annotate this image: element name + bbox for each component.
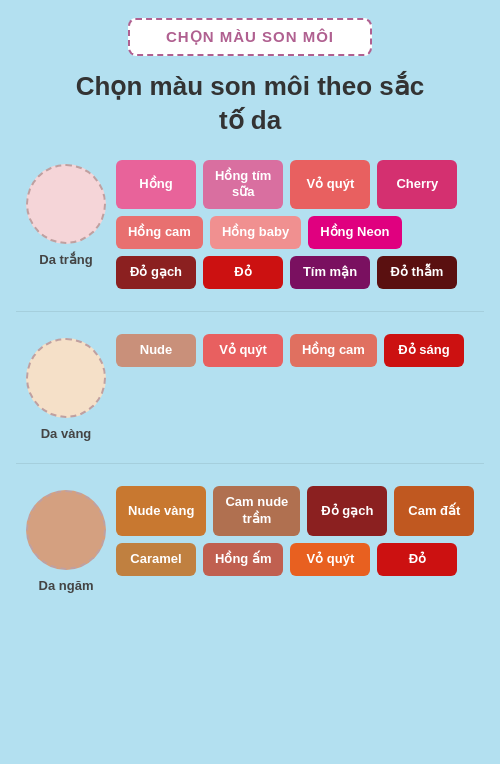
- color-btn-da-ngam-3[interactable]: Cam đất: [394, 486, 474, 536]
- color-btn-da-vang-1[interactable]: Vỏ quýt: [203, 334, 283, 367]
- skin-circle-da-trang: [26, 164, 106, 244]
- header-box: CHỌN MÀU SON MÔI: [128, 18, 372, 56]
- color-btn-da-ngam-2[interactable]: Đỏ gạch: [307, 486, 387, 536]
- skin-left-da-ngam: Da ngăm: [16, 482, 116, 593]
- color-btn-da-ngam-7[interactable]: Đỏ: [377, 543, 457, 576]
- color-btn-da-trang-0[interactable]: Hồng: [116, 160, 196, 210]
- section-divider: [16, 311, 484, 312]
- color-btn-da-ngam-4[interactable]: Caramel: [116, 543, 196, 576]
- color-btn-da-trang-5[interactable]: Hồng baby: [210, 216, 301, 249]
- color-btn-da-trang-10[interactable]: Đỏ thẫm: [377, 256, 457, 289]
- section-divider: [16, 463, 484, 464]
- header-title: CHỌN MÀU SON MÔI: [166, 28, 334, 45]
- main-heading: Chọn màu son môi theo sắctố da: [76, 70, 424, 138]
- skin-left-da-vang: Da vàng: [16, 330, 116, 441]
- color-btn-da-trang-1[interactable]: Hồng tímsữa: [203, 160, 283, 210]
- color-btn-da-ngam-0[interactable]: Nude vàng: [116, 486, 206, 536]
- skin-right-da-vang: NudeVỏ quýtHồng camĐỏ sáng: [116, 330, 484, 367]
- skin-label-da-trang: Da trắng: [39, 252, 93, 267]
- color-btn-da-vang-2[interactable]: Hồng cam: [290, 334, 377, 367]
- skin-right-da-trang: HồngHồng tímsữaVỏ quýtCherryHồng camHồng…: [116, 156, 484, 290]
- skin-right-da-ngam: Nude vàngCam nudetrầmĐỏ gạchCam đấtCaram…: [116, 482, 484, 576]
- skin-label-da-vang: Da vàng: [41, 426, 92, 441]
- skin-circle-da-vang: [26, 338, 106, 418]
- color-btn-da-trang-3[interactable]: Cherry: [377, 160, 457, 210]
- skin-label-da-ngam: Da ngăm: [39, 578, 94, 593]
- skin-circle-da-ngam: [26, 490, 106, 570]
- color-btn-da-vang-3[interactable]: Đỏ sáng: [384, 334, 464, 367]
- color-btn-da-trang-4[interactable]: Hồng cam: [116, 216, 203, 249]
- color-btn-da-trang-8[interactable]: Đỏ: [203, 256, 283, 289]
- skin-section-da-vang: Da vàngNudeVỏ quýtHồng camĐỏ sáng: [16, 330, 484, 441]
- color-btn-da-trang-2[interactable]: Vỏ quýt: [290, 160, 370, 210]
- color-btn-da-trang-6[interactable]: Hồng Neon: [308, 216, 401, 249]
- color-btn-da-trang-7[interactable]: Đỏ gạch: [116, 256, 196, 289]
- skin-section-da-trang: Da trắngHồngHồng tímsữaVỏ quýtCherryHồng…: [16, 156, 484, 290]
- color-btn-da-ngam-1[interactable]: Cam nudetrầm: [213, 486, 300, 536]
- color-btn-da-vang-0[interactable]: Nude: [116, 334, 196, 367]
- skin-left-da-trang: Da trắng: [16, 156, 116, 267]
- color-btn-da-ngam-5[interactable]: Hồng ấm: [203, 543, 283, 576]
- color-btn-da-trang-9[interactable]: Tím mận: [290, 256, 370, 289]
- skin-section-da-ngam: Da ngămNude vàngCam nudetrầmĐỏ gạchCam đ…: [16, 482, 484, 593]
- color-btn-da-ngam-6[interactable]: Vỏ quýt: [290, 543, 370, 576]
